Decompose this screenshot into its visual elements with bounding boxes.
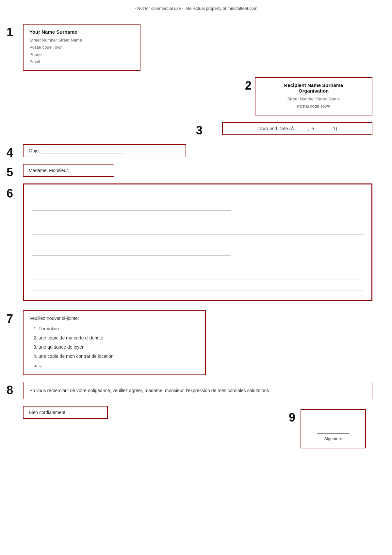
section9-number: 9 [289, 411, 295, 425]
recipient-box: Recipient Name Surname Organisation Stre… [255, 77, 372, 115]
salutation-section: 5 Madame, Monsieur, [20, 164, 372, 177]
sender-box: Your Name Surname Street Number Street N… [23, 24, 140, 71]
attachment-section: 7 Veuillez trouver ci-jointe: Formulaire… [20, 310, 372, 375]
salutation-box: Madame, Monsieur, [23, 164, 114, 177]
body-line-6 [32, 271, 364, 280]
list-item: une copie de mon contrat de location [39, 352, 199, 361]
date-box: Town and Date (À _____, le _______1) [222, 122, 372, 135]
body-line-3 [32, 226, 364, 235]
body-line-5-short [32, 247, 231, 256]
body-line-7 [32, 281, 364, 290]
section6-number: 6 [7, 187, 13, 200]
objet-section: 4 Objet:________________________________… [20, 144, 372, 157]
date-text: Town and Date (À _____, le _______1) [257, 126, 337, 131]
recipient-address: Street Number Street Name Postal code To… [261, 95, 366, 110]
recipient-section: 2 Recipient Name Surname Organisation St… [20, 77, 372, 115]
cordialement-box: Bien cordialement, [23, 406, 108, 419]
objet-box: Objet:_________________________________ [23, 144, 186, 157]
section8-number: 8 [7, 383, 13, 397]
signature-label: Signature [324, 436, 342, 441]
body-spacer-1 [32, 214, 364, 226]
section2-number: 2 [245, 79, 252, 93]
list-item: Formulaire _____________ [39, 324, 199, 333]
section7-number: 7 [7, 312, 13, 326]
list-item: ... [39, 361, 199, 370]
body-line-2-short [32, 201, 231, 211]
section4-number: 4 [7, 146, 13, 160]
attachment-title: Veuillez trouver ci-jointe: [29, 316, 199, 321]
salutation-text: Madame, Monsieur, [29, 168, 69, 173]
closing-section: 8 En vous remerciant de votre obligeance… [20, 382, 372, 399]
body-spacer-2 [32, 259, 364, 271]
body-group-1 [32, 191, 364, 211]
section5-number: 5 [7, 165, 13, 179]
body-line-4 [32, 236, 364, 245]
body-section: 6 [20, 183, 372, 301]
list-item: une copie de ma carte d'identité [39, 333, 199, 342]
cordialement-signature-row: Bien cordialement, 9 Signature [20, 406, 372, 448]
body-line-1 [32, 191, 364, 200]
section3-number: 3 [196, 124, 203, 137]
closing-text: En vous remerciant de votre obligeance, … [29, 388, 270, 393]
attachment-box: Veuillez trouver ci-jointe: Formulaire _… [23, 310, 206, 375]
signature-box: Signature [301, 409, 366, 448]
body-group-3 [32, 271, 364, 290]
body-group-2 [32, 226, 364, 256]
sender-section: 1 Your Name Surname Street Number Street… [20, 24, 372, 71]
date-section: 3 Town and Date (À _____, le _______1) [20, 122, 372, 135]
closing-box: En vous remerciant de votre obligeance, … [23, 382, 372, 399]
signature-area: 9 Signature [289, 409, 366, 448]
recipient-name: Recipient Name Surname Organisation [261, 82, 366, 94]
section1-number: 1 [7, 26, 13, 39]
cordialement-text: Bien cordialement, [29, 410, 67, 415]
attachment-list: Formulaire _____________ une copie de ma… [29, 324, 199, 370]
cordialement-wrapper: Bien cordialement, [23, 406, 108, 419]
sender-address: Street Number Street Name Postal code To… [29, 37, 134, 65]
list-item: une quittance de loyer [39, 342, 199, 352]
bottom-section: Bien cordialement, 9 Signature [20, 406, 372, 448]
signature-line [317, 433, 350, 434]
objet-text: Objet:_________________________________ [29, 148, 125, 153]
sender-name: Your Name Surname [29, 29, 134, 35]
top-notice: - Not for commercial use - intellectual … [0, 0, 392, 14]
body-box [23, 183, 372, 301]
